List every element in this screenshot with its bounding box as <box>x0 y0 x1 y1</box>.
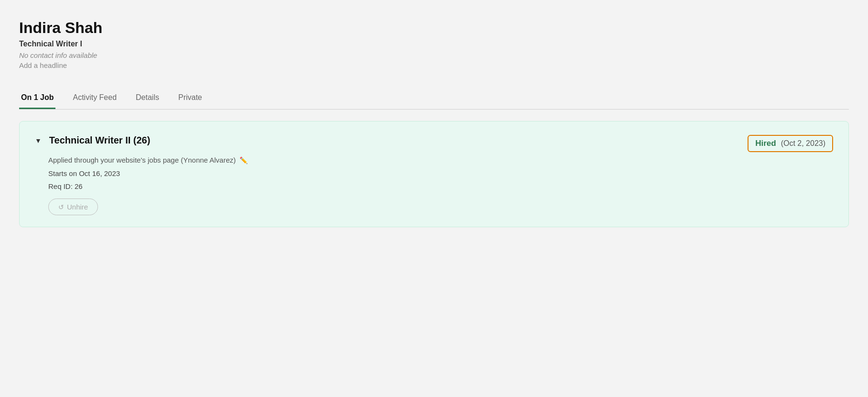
candidate-job-title: Technical Writer I <box>19 40 849 48</box>
job-card: ▼ Technical Writer II (26) Hired (Oct 2,… <box>19 121 849 227</box>
tab-details[interactable]: Details <box>134 88 161 109</box>
job-card-title: Technical Writer II (26) <box>49 135 151 146</box>
hired-label: Hired <box>755 139 776 148</box>
candidate-header: Indira Shah Technical Writer I No contac… <box>19 19 849 81</box>
unhire-label: Unhire <box>67 203 88 211</box>
edit-source-icon[interactable]: ✏️ <box>239 156 248 164</box>
collapse-arrow-icon[interactable]: ▼ <box>35 137 42 144</box>
tabs-container: On 1 Job Activity Feed Details Private <box>19 88 849 110</box>
candidate-headline[interactable]: Add a headline <box>19 61 849 69</box>
tab-activity-feed[interactable]: Activity Feed <box>71 88 119 109</box>
candidate-contact: No contact info available <box>19 51 849 59</box>
unhire-button[interactable]: ↺ Unhire <box>48 198 98 215</box>
page-container: Indira Shah Technical Writer I No contac… <box>0 0 868 397</box>
tab-private[interactable]: Private <box>176 88 204 109</box>
job-source: Applied through your website's jobs page… <box>48 156 833 164</box>
content-area: ▼ Technical Writer II (26) Hired (Oct 2,… <box>19 121 849 227</box>
candidate-name: Indira Shah <box>19 19 849 37</box>
job-req-id: Req ID: 26 <box>48 180 833 193</box>
undo-icon: ↺ <box>58 203 64 211</box>
hired-badge: Hired (Oct 2, 2023) <box>748 135 833 152</box>
hired-date: (Oct 2, 2023) <box>781 139 825 148</box>
tab-on-job[interactable]: On 1 Job <box>19 88 55 109</box>
job-card-header: ▼ Technical Writer II (26) Hired (Oct 2,… <box>35 135 833 152</box>
job-start-date: Starts on Oct 16, 2023 <box>48 167 833 180</box>
job-card-title-row: ▼ Technical Writer II (26) <box>35 135 150 146</box>
job-meta: Starts on Oct 16, 2023 Req ID: 26 <box>48 167 833 193</box>
